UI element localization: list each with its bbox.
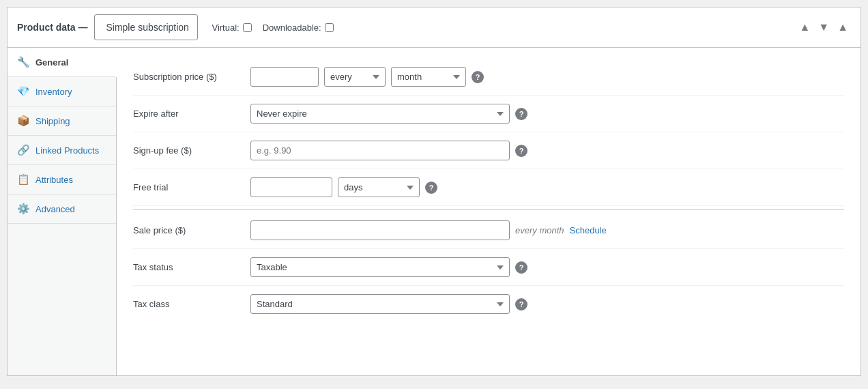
- sale-price-controls: every month Schedule: [250, 220, 844, 240]
- free-trial-help-icon[interactable]: ?: [425, 182, 437, 194]
- main-content: Subscription price ($) 29.99 every every…: [117, 48, 860, 375]
- free-trial-input[interactable]: [250, 177, 332, 197]
- sidebar-item-shipping[interactable]: 📦 Shipping: [8, 106, 116, 136]
- free-trial-label: Free trial: [133, 182, 242, 192]
- expire-after-label: Expire after: [133, 109, 242, 119]
- attributes-icon: 📋: [17, 173, 30, 186]
- sale-price-note: every month: [515, 225, 564, 235]
- product-data-title: Product data —: [17, 22, 87, 33]
- subscription-price-label: Subscription price ($): [133, 72, 242, 82]
- sale-price-input[interactable]: [250, 220, 510, 240]
- sidebar-item-general[interactable]: 🔧 General: [8, 48, 117, 77]
- sidebar-item-linked-products[interactable]: 🔗 Linked Products: [8, 136, 116, 165]
- free-trial-period-select[interactable]: days weeks months years: [338, 177, 420, 197]
- signup-fee-help-icon[interactable]: ?: [515, 145, 527, 157]
- tax-status-help-icon[interactable]: ?: [515, 261, 527, 274]
- free-trial-row: Free trial days weeks months years ?: [133, 169, 844, 206]
- section-divider: [133, 209, 844, 210]
- arrow-up-button[interactable]: ▲: [796, 20, 813, 35]
- expire-help-icon[interactable]: ?: [515, 108, 527, 120]
- signup-fee-input[interactable]: [250, 141, 510, 160]
- sidebar-label-inventory: Inventory: [35, 87, 72, 97]
- tax-status-row: Tax status Taxable Shipping only None ?: [133, 249, 844, 286]
- tax-status-controls: Taxable Shipping only None ?: [250, 257, 844, 277]
- signup-fee-row: Sign-up fee ($) ?: [133, 132, 844, 169]
- tax-class-help-icon[interactable]: ?: [515, 298, 527, 311]
- collapse-arrows: ▲ ▼ ▲: [796, 20, 851, 35]
- sale-price-row: Sale price ($) every month Schedule: [133, 212, 844, 249]
- sidebar-label-advanced: Advanced: [35, 204, 75, 214]
- tax-class-row: Tax class Standard Reduced rate Zero rat…: [133, 286, 844, 322]
- virtual-label[interactable]: Virtual:: [212, 23, 251, 33]
- arrow-expand-button[interactable]: ▲: [835, 20, 851, 35]
- tax-status-label: Tax status: [133, 262, 242, 272]
- expire-after-controls: Never expire 1 month 2 months 3 months 6…: [250, 104, 844, 124]
- product-type-selector[interactable]: Simple subscription: [94, 14, 198, 40]
- virtual-checkbox[interactable]: [243, 23, 252, 32]
- tax-class-label: Tax class: [133, 299, 242, 309]
- wrench-icon: 🔧: [17, 56, 30, 68]
- shipping-icon: 📦: [17, 115, 30, 127]
- sidebar-label-attributes: Attributes: [35, 175, 73, 185]
- subscription-price-controls: 29.99 every every 2 every 3 every 4 ever…: [250, 67, 844, 87]
- sidebar: 🔧 General 💎 Inventory 📦 Shipping 🔗 Linke…: [8, 48, 117, 375]
- sidebar-label-shipping: Shipping: [35, 116, 70, 126]
- product-type-dropdown[interactable]: Simple subscription: [100, 18, 192, 37]
- inventory-icon: 💎: [17, 85, 30, 98]
- sidebar-label-linked-products: Linked Products: [35, 145, 99, 156]
- downloadable-checkbox[interactable]: [325, 23, 334, 32]
- period-select[interactable]: day week month year: [391, 67, 466, 87]
- sidebar-item-advanced[interactable]: ⚙️ Advanced: [8, 194, 116, 224]
- expire-select[interactable]: Never expire 1 month 2 months 3 months 6…: [250, 104, 510, 124]
- tax-status-select[interactable]: Taxable Shipping only None: [250, 257, 510, 277]
- signup-fee-controls: ?: [250, 141, 844, 160]
- free-trial-controls: days weeks months years ?: [250, 177, 844, 197]
- subscription-price-help-icon[interactable]: ?: [472, 71, 484, 83]
- arrow-down-button[interactable]: ▼: [815, 20, 832, 35]
- schedule-link[interactable]: Schedule: [570, 225, 607, 235]
- link-icon: 🔗: [17, 144, 30, 156]
- expire-after-row: Expire after Never expire 1 month 2 mont…: [133, 96, 844, 132]
- sale-price-label: Sale price ($): [133, 225, 242, 235]
- tax-class-controls: Standard Reduced rate Zero rate ?: [250, 294, 844, 314]
- downloadable-label[interactable]: Downloadable:: [263, 23, 334, 33]
- tax-class-select[interactable]: Standard Reduced rate Zero rate: [250, 294, 510, 314]
- gear-icon: ⚙️: [17, 203, 30, 215]
- sidebar-item-attributes[interactable]: 📋 Attributes: [8, 165, 116, 194]
- subscription-price-row: Subscription price ($) 29.99 every every…: [133, 59, 844, 96]
- sidebar-label-general: General: [35, 57, 68, 68]
- sidebar-item-inventory[interactable]: 💎 Inventory: [8, 77, 116, 106]
- subscription-price-input[interactable]: 29.99: [250, 67, 319, 87]
- every-select[interactable]: every every 2 every 3 every 4 every 5 ev…: [324, 67, 386, 87]
- signup-fee-label: Sign-up fee ($): [133, 145, 242, 156]
